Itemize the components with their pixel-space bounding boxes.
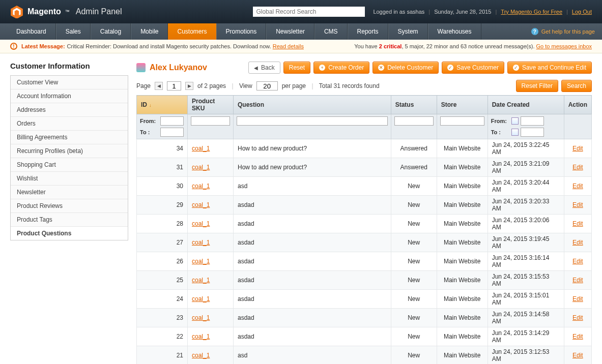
sidebar-item-product-tags[interactable]: Product Tags — [11, 213, 128, 227]
read-details-link[interactable]: Read details — [273, 43, 304, 49]
table-row[interactable]: 28coal_1asdadNewMain WebsiteJun 24, 2015… — [137, 215, 592, 233]
logo[interactable]: Magento™ Admin Panel — [10, 5, 122, 18]
table-row[interactable]: 29coal_1asdadNewMain WebsiteJun 24, 2015… — [137, 196, 592, 215]
col-header-store[interactable]: Store — [437, 96, 488, 114]
save-continue-button[interactable]: ✓Save and Continue Edit — [507, 62, 592, 74]
sku-link[interactable]: coal_1 — [192, 201, 210, 208]
sidebar-item-billing-agreements[interactable]: Billing Agreements — [11, 131, 128, 144]
filter-sku[interactable] — [191, 116, 230, 126]
nav-item-dashboard[interactable]: Dashboard — [7, 23, 56, 40]
table-row[interactable]: 31coal_1How to add new product?AnsweredM… — [137, 158, 592, 177]
table-row[interactable]: 27coal_1asdadNewMain WebsiteJun 24, 2015… — [137, 233, 592, 252]
edit-link[interactable]: Edit — [572, 164, 583, 171]
sku-link[interactable]: coal_1 — [192, 258, 210, 265]
edit-link[interactable]: Edit — [572, 239, 583, 246]
filter-date-from[interactable] — [521, 116, 544, 126]
search-button[interactable]: Search — [561, 80, 592, 92]
edit-link[interactable]: Edit — [572, 277, 583, 284]
nav-item-cms[interactable]: CMS — [314, 23, 348, 40]
global-search-input[interactable] — [253, 7, 365, 17]
col-header-question[interactable]: Question — [234, 96, 391, 114]
next-page-button[interactable]: ▶ — [185, 82, 193, 90]
create-order-button[interactable]: +Create Order — [313, 62, 369, 74]
filter-id-from[interactable] — [160, 116, 184, 126]
sidebar-item-recurring-profiles-beta-[interactable]: Recurring Profiles (beta) — [11, 144, 128, 158]
col-header-status[interactable]: Status — [391, 96, 437, 114]
table-row[interactable]: 23coal_1asdadNewMain WebsiteJun 24, 2015… — [137, 309, 592, 327]
nav-item-catalog[interactable]: Catalog — [91, 23, 131, 40]
prev-page-button[interactable]: ◀ — [155, 82, 163, 90]
edit-link[interactable]: Edit — [572, 314, 583, 321]
table-row[interactable]: 34coal_1How to add new product?AnsweredM… — [137, 139, 592, 158]
nav-item-customers[interactable]: Customers — [168, 23, 216, 40]
col-header-id[interactable]: ID↓ — [137, 96, 188, 114]
sku-link[interactable]: coal_1 — [192, 220, 210, 227]
filter-date-to-label: To : — [491, 129, 509, 135]
sku-link[interactable]: coal_1 — [192, 145, 210, 152]
sidebar-item-orders[interactable]: Orders — [11, 117, 128, 131]
sku-link[interactable]: coal_1 — [192, 164, 210, 171]
nav-item-mobile[interactable]: Mobile — [131, 23, 168, 40]
edit-link[interactable]: Edit — [572, 220, 583, 227]
table-row[interactable]: 22coal_1asdadNewMain WebsiteJun 24, 2015… — [137, 327, 592, 346]
sidebar-item-wishlist[interactable]: Wishlist — [11, 172, 128, 186]
save-customer-button[interactable]: ✓Save Customer — [442, 62, 504, 74]
calendar-icon[interactable] — [511, 129, 519, 136]
sku-link[interactable]: coal_1 — [192, 239, 210, 246]
nav-item-reports[interactable]: Reports — [348, 23, 388, 40]
nav-item-sales[interactable]: Sales — [56, 23, 91, 40]
sidebar-item-customer-view[interactable]: Customer View — [11, 76, 128, 89]
edit-link[interactable]: Edit — [572, 258, 583, 265]
sidebar-item-addresses[interactable]: Addresses — [11, 103, 128, 117]
cell-sku: coal_1 — [188, 158, 234, 177]
sku-link[interactable]: coal_1 — [192, 352, 210, 359]
reset-filter-button[interactable]: Reset Filter — [516, 80, 558, 92]
table-row[interactable]: 30coal_1asdNewMain WebsiteJun 24, 2015 3… — [137, 177, 592, 196]
sku-link[interactable]: coal_1 — [192, 183, 210, 190]
messages-inbox-link[interactable]: Go to messages inbox — [536, 43, 592, 49]
edit-link[interactable]: Edit — [572, 295, 583, 302]
nav-item-newsletter[interactable]: Newsletter — [266, 23, 314, 40]
table-row[interactable]: 24coal_1asdadNewMain WebsiteJun 24, 2015… — [137, 290, 592, 309]
edit-link[interactable]: Edit — [572, 183, 583, 190]
calendar-icon[interactable] — [511, 117, 519, 125]
sku-link[interactable]: coal_1 — [192, 333, 210, 340]
delete-customer-button[interactable]: ✕Delete Customer — [372, 62, 439, 74]
filter-status[interactable] — [394, 116, 434, 126]
sku-link[interactable]: coal_1 — [192, 314, 210, 321]
filter-store[interactable] — [440, 116, 484, 126]
col-header-date[interactable]: Date Created — [488, 96, 564, 114]
customer-name: Alex Lukyanov — [150, 63, 207, 72]
cell-question: asd — [234, 346, 391, 365]
sidebar-item-shopping-cart[interactable]: Shopping Cart — [11, 158, 128, 172]
back-button[interactable]: ◀Back — [248, 62, 280, 74]
help-link[interactable]: ? Get help for this page — [531, 23, 595, 40]
edit-link[interactable]: Edit — [572, 201, 583, 208]
table-row[interactable]: 26coal_1asdadNewMain WebsiteJun 24, 2015… — [137, 252, 592, 271]
table-row[interactable]: 21coal_1asdNewMain WebsiteJun 24, 2015 3… — [137, 346, 592, 365]
filter-date-to[interactable] — [521, 128, 544, 137]
sidebar-item-account-information[interactable]: Account Information — [11, 89, 128, 103]
col-header-sku[interactable]: Product SKU — [188, 96, 234, 114]
sku-link[interactable]: coal_1 — [192, 295, 210, 302]
cell-status: New — [391, 327, 437, 346]
try-magento-link[interactable]: Try Magento Go for Free — [501, 9, 562, 15]
table-row[interactable]: 25coal_1asdadNewMain WebsiteJun 24, 2015… — [137, 271, 592, 290]
sku-link[interactable]: coal_1 — [192, 277, 210, 284]
sidebar-item-newsletter[interactable]: Newsletter — [11, 186, 128, 199]
sidebar-item-product-reviews[interactable]: Product Reviews — [11, 199, 128, 213]
nav-item-warehouses[interactable]: Warehouses — [428, 23, 481, 40]
edit-link[interactable]: Edit — [572, 145, 583, 152]
x-icon: ✕ — [378, 65, 384, 71]
reset-button[interactable]: Reset — [283, 62, 310, 74]
filter-id-to[interactable] — [160, 128, 184, 137]
nav-item-promotions[interactable]: Promotions — [216, 23, 267, 40]
nav-item-system[interactable]: System — [388, 23, 428, 40]
edit-link[interactable]: Edit — [572, 333, 583, 340]
filter-question[interactable] — [237, 116, 388, 126]
perpage-input[interactable] — [256, 81, 278, 90]
page-input[interactable] — [167, 81, 181, 90]
sidebar-item-product-questions[interactable]: Product Questions — [11, 227, 128, 240]
logout-link[interactable]: Log Out — [572, 9, 592, 15]
edit-link[interactable]: Edit — [572, 352, 583, 359]
